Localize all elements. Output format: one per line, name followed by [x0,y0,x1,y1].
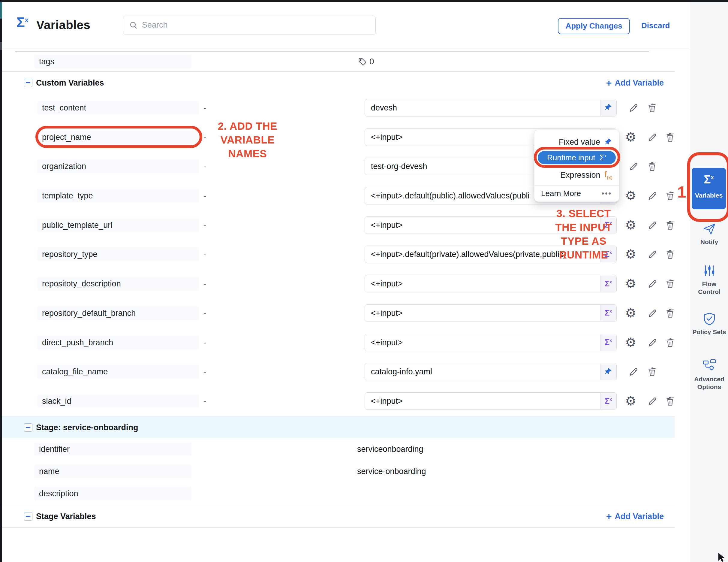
annotation-ring-variables-button [687,152,728,222]
left-scrollbar-thumb[interactable] [0,42,2,50]
variable-value-input[interactable]: <+input>Σx [365,275,617,293]
edit-button[interactable] [628,366,639,377]
edit-icon [628,102,639,113]
variable-value-input[interactable]: catalog-info.yaml [365,363,617,380]
annotation-oval-project-name [35,126,202,148]
stage-field-value: service-onboarding [357,467,426,476]
runtime-input-badge[interactable]: Σx [600,335,616,351]
variable-value-input[interactable]: <+input>Σx [365,334,617,351]
delete-icon [647,366,657,377]
variable-name-field[interactable]: organization [37,159,199,173]
panel-header: Σx Variables Apply Changes Discard [0,2,690,50]
sidebar-item-notify[interactable]: Notify [690,222,728,246]
tag-count-value: 0 [369,57,374,66]
delete-icon [647,102,657,113]
delete-button[interactable] [665,249,675,260]
learn-more-item[interactable]: Learn More ••• [534,185,619,201]
settings-button[interactable]: ⚙ [625,336,636,349]
edit-button[interactable] [647,278,658,289]
tag-icon [358,57,367,66]
left-edge-accent [0,2,2,19]
delete-button[interactable] [665,337,675,348]
delete-button[interactable] [665,308,675,319]
settings-button[interactable]: ⚙ [625,395,636,407]
variable-name-field[interactable]: repositoty_description [37,277,199,291]
collapse-icon[interactable] [24,512,32,521]
stage-field-name[interactable]: name [34,464,191,478]
notify-icon [702,222,716,236]
apply-changes-button[interactable]: Apply Changes [558,18,630,34]
variable-name-field[interactable]: repository_type [37,247,199,261]
edit-button[interactable] [628,102,639,113]
add-variable-button[interactable]: +Add Variable [606,511,664,522]
stage-field-name[interactable]: description [34,487,191,500]
edit-icon [647,278,658,289]
discard-button[interactable]: Discard [641,21,670,30]
variable-name-field[interactable]: repository_default_branch [37,306,199,320]
edit-icon [647,396,658,407]
delete-button[interactable] [665,132,675,143]
variable-name-field[interactable]: tags [34,55,191,68]
table-row-tags: tags0 [0,52,675,72]
search-input[interactable] [141,17,371,33]
delete-icon [665,249,675,260]
sidebar-item-advanced-options[interactable]: Advanced Options [690,359,728,391]
description-placeholder: - [203,397,206,406]
delete-button[interactable] [665,190,675,201]
sidebar-item-policy-sets[interactable]: Policy Sets [690,312,728,336]
edit-button[interactable] [628,161,639,172]
delete-icon [665,190,675,201]
delete-button[interactable] [665,396,675,407]
runtime-input-badge[interactable]: Σx [600,393,616,409]
edit-button[interactable] [647,190,658,201]
edit-icon [647,308,658,319]
description-placeholder: - [203,103,206,112]
edit-icon [628,366,639,377]
right-sidebar: ΣxVariablesNotifyFlow ControlPolicy Sets… [690,2,728,562]
stage-row-name: nameservice-onboarding [0,460,675,483]
learn-more-label: Learn More [541,189,581,198]
annotation-step2: 2. ADD THE VARIABLE NAMES [186,119,309,161]
collapse-icon[interactable] [24,79,32,87]
variable-row-repository_default_branch: repository_default_branch-<+input>Σx⚙ [0,299,675,328]
runtime-input-badge[interactable]: Σx [600,275,616,292]
variable-name-field[interactable]: template_type [37,189,199,203]
fixed-value-pin[interactable] [600,364,616,380]
variable-name-field[interactable]: public_template_url [37,218,199,232]
dropdown-item-expression[interactable]: Expressionf(x) [534,168,619,182]
mouse-cursor [718,553,727,562]
variable-value-input[interactable]: devesh [365,99,617,116]
sidebar-item-flow-control[interactable]: Flow Control [690,264,728,296]
variable-value-input[interactable]: <+input>Σx [365,305,617,322]
settings-button[interactable]: ⚙ [625,307,636,320]
variable-name-field[interactable]: catalog_file_name [37,365,199,379]
edit-button[interactable] [647,337,658,348]
fixed-value-pin[interactable] [600,100,616,116]
delete-button[interactable] [665,278,675,289]
delete-icon [665,308,675,319]
edit-button[interactable] [647,132,658,143]
variable-name-field[interactable]: slack_id [37,394,199,408]
stage-field-name[interactable]: identifier [34,442,191,456]
settings-button[interactable]: ⚙ [625,189,636,202]
delete-button[interactable] [665,220,675,230]
variable-name-field[interactable]: direct_push_branch [37,336,199,350]
edit-button[interactable] [647,396,658,407]
delete-icon [665,337,675,348]
delete-icon [647,161,657,172]
delete-button[interactable] [647,102,657,113]
settings-button[interactable]: ⚙ [625,131,636,143]
delete-button[interactable] [647,366,657,377]
edit-button[interactable] [647,308,658,319]
settings-button[interactable]: ⚙ [625,277,636,290]
plus-icon: + [606,77,612,88]
add-variable-button[interactable]: +Add Variable [606,77,664,89]
variable-name-field[interactable]: test_content [37,101,199,115]
collapse-icon[interactable] [24,423,32,432]
edit-button[interactable] [647,220,658,230]
runtime-input-badge[interactable]: Σx [600,305,616,321]
variable-value-input[interactable]: <+input>Σx [365,392,617,410]
delete-button[interactable] [647,161,657,172]
edit-button[interactable] [647,249,658,260]
section-row-stage-variables: Stage Variables+Add Variable [0,505,675,528]
